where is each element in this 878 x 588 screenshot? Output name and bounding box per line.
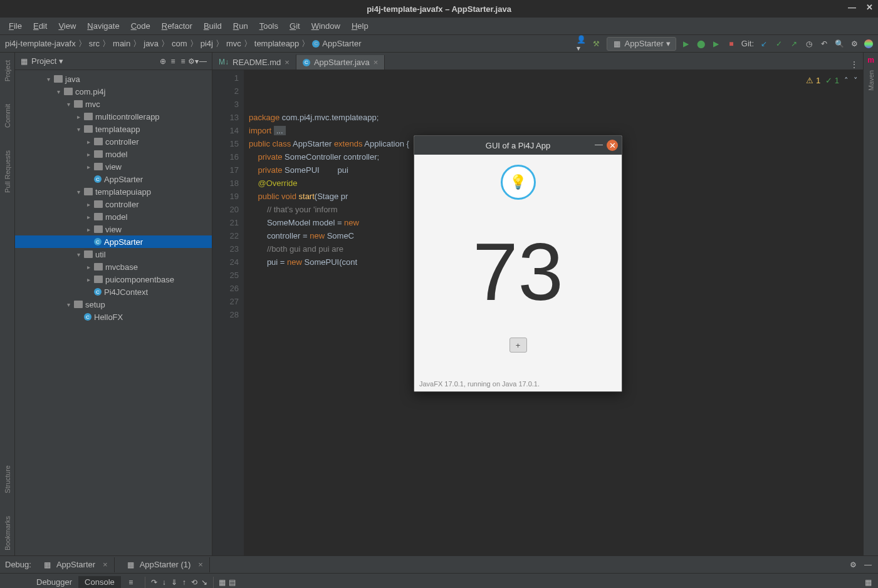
run-config-combo[interactable]: ▦ AppStarter ▾	[607, 37, 676, 51]
run-cursor-icon[interactable]: ↘	[199, 577, 209, 587]
tool-maven[interactable]: Maven	[867, 65, 875, 96]
step-out-icon[interactable]: ↑	[179, 577, 189, 587]
tree-arrow-icon[interactable]: ▸	[85, 163, 91, 170]
tree-arrow-icon[interactable]: ▸	[85, 226, 91, 233]
tree-arrow-icon[interactable]: ▾	[55, 88, 61, 95]
tree-arrow-icon[interactable]: ▸	[85, 138, 91, 145]
force-step-icon[interactable]: ⇓	[169, 577, 179, 587]
pi4j-app-window[interactable]: GUI of a Pi4J App — ✕ 💡 73 + JavaFX 17.0…	[414, 135, 622, 392]
close-icon[interactable]: ✕	[607, 140, 618, 151]
tree-arrow-icon[interactable]: ▾	[75, 126, 81, 133]
debug-icon[interactable]: ⬤	[696, 39, 706, 49]
run-icon[interactable]: ▶	[681, 39, 691, 49]
tree-item-multicontrollerapp[interactable]: ▸multicontrollerapp	[15, 110, 212, 123]
close-tab-icon[interactable]: ×	[374, 58, 379, 67]
console-tab[interactable]: Console	[78, 576, 121, 588]
chevron-down-icon[interactable]: ▾	[59, 56, 63, 66]
avatar-icon[interactable]	[864, 39, 873, 48]
tree-arrow-icon[interactable]: ▾	[65, 301, 71, 308]
git-push-icon[interactable]: ↗	[789, 39, 799, 49]
minimize-icon[interactable]: —	[848, 3, 856, 12]
maven-logo-icon[interactable]: m	[866, 55, 876, 65]
gear-icon[interactable]: ⚙▾	[188, 56, 198, 66]
minimize-icon[interactable]: —	[595, 140, 603, 151]
menu-help[interactable]: Help	[347, 20, 374, 32]
tree-item-mvcbase[interactable]: ▸mvcbase	[15, 260, 212, 273]
step-into-icon[interactable]: ↓	[159, 577, 169, 587]
target-icon[interactable]: ⊕	[158, 56, 168, 66]
breadcrumb-item[interactable]: AppStarter	[322, 39, 361, 48]
tree-arrow-icon[interactable]: ▾	[75, 251, 81, 258]
tool-project[interactable]: Project	[4, 55, 11, 86]
gear-icon[interactable]: ⚙	[849, 39, 859, 49]
editor-tab[interactable]: M↓README.md×	[212, 54, 296, 70]
hammer-icon[interactable]: ⚒	[592, 39, 602, 49]
menu-navigate[interactable]: Navigate	[82, 20, 124, 32]
tool-pullrequests[interactable]: Pull Requests	[4, 145, 11, 198]
menu-build[interactable]: Build	[199, 20, 227, 32]
menu-tools[interactable]: Tools	[254, 20, 283, 32]
lightbulb-icon[interactable]: 💡	[501, 165, 536, 200]
history-icon[interactable]: ◷	[804, 39, 814, 49]
trace-icon[interactable]: ▤	[227, 577, 238, 587]
tree-item-com-pi4j[interactable]: ▾com.pi4j	[15, 85, 212, 98]
tool-bookmarks[interactable]: Bookmarks	[4, 511, 11, 555]
gear-icon[interactable]: ⚙	[848, 560, 858, 570]
user-icon[interactable]: 👤▾	[577, 39, 587, 49]
tree-item-appstarter[interactable]: CAppStarter	[15, 235, 212, 248]
tree-item-setup[interactable]: ▾setup	[15, 298, 212, 311]
menu-code[interactable]: Code	[126, 20, 155, 32]
more-icon[interactable]: ⋮	[849, 59, 859, 70]
editor-tab[interactable]: CAppStarter.java×	[296, 55, 385, 70]
search-icon[interactable]: 🔍	[834, 39, 844, 49]
ok-badge[interactable]: ✓ 1	[825, 74, 839, 87]
drop-frame-icon[interactable]: ⟲	[189, 577, 199, 587]
tree-item-view[interactable]: ▸view	[15, 223, 212, 235]
hide-icon[interactable]: —	[863, 560, 873, 570]
tree-item-model[interactable]: ▸model	[15, 148, 212, 160]
breadcrumb-item[interactable]: com	[172, 39, 187, 48]
close-tab-icon[interactable]: ×	[285, 58, 290, 67]
warning-badge[interactable]: ⚠ 1	[806, 74, 820, 87]
menu-git[interactable]: Git	[285, 20, 305, 32]
debugger-tab[interactable]: Debugger	[30, 576, 78, 588]
tree-item-pi4jcontext[interactable]: CPi4JContext	[15, 286, 212, 298]
breadcrumb[interactable]: pi4j-template-javafx〉src〉main〉java〉com〉p…	[5, 38, 577, 49]
layout-icon[interactable]: ▦	[863, 577, 873, 587]
git-commit-icon[interactable]: ✓	[774, 39, 784, 49]
tree-item-mvc[interactable]: ▾mvc	[15, 98, 212, 110]
breadcrumb-item[interactable]: src	[89, 39, 100, 48]
chevron-down-icon[interactable]: ˅	[854, 74, 858, 87]
menu-run[interactable]: Run	[228, 20, 253, 32]
increment-button[interactable]: +	[510, 338, 527, 353]
coverage-icon[interactable]: ▶	[711, 39, 721, 49]
menu-refactor[interactable]: Refactor	[157, 20, 197, 32]
debug-session-tab[interactable]: ▦AppStarter×	[36, 557, 115, 572]
project-title[interactable]: Project	[31, 56, 56, 66]
stop-icon[interactable]: ■	[726, 39, 736, 49]
more-icon[interactable]: ≡	[126, 577, 136, 587]
breadcrumb-item[interactable]: java	[144, 39, 159, 48]
git-update-icon[interactable]: ↙	[759, 39, 769, 49]
menu-view[interactable]: View	[53, 20, 81, 32]
breadcrumb-item[interactable]: pi4j	[201, 39, 213, 48]
breadcrumb-item[interactable]: main	[113, 39, 130, 48]
tree-item-util[interactable]: ▾util	[15, 248, 212, 260]
tree-item-templateapp[interactable]: ▾templateapp	[15, 123, 212, 135]
evaluate-icon[interactable]: ▦	[217, 577, 227, 587]
tree-arrow-icon[interactable]: ▾	[75, 188, 81, 195]
tool-structure[interactable]: Structure	[4, 460, 11, 498]
tree-item-model[interactable]: ▸model	[15, 210, 212, 223]
tree-arrow-icon[interactable]: ▸	[85, 151, 91, 158]
breadcrumb-item[interactable]: templateapp	[254, 39, 300, 48]
menu-window[interactable]: Window	[306, 20, 345, 32]
tree-item-templatepuiapp[interactable]: ▾templatepuiapp	[15, 185, 212, 198]
tree-item-view[interactable]: ▸view	[15, 160, 212, 173]
breadcrumb-item[interactable]: mvc	[226, 39, 241, 48]
tree-arrow-icon[interactable]: ▸	[85, 276, 91, 283]
menu-edit[interactable]: Edit	[28, 20, 52, 32]
tree-item-controller[interactable]: ▸controller	[15, 198, 212, 210]
menu-file[interactable]: File	[4, 20, 27, 32]
tree-item-java[interactable]: ▾java	[15, 73, 212, 85]
project-tree[interactable]: ▾java▾com.pi4j▾mvc▸multicontrollerapp▾te…	[15, 70, 212, 555]
